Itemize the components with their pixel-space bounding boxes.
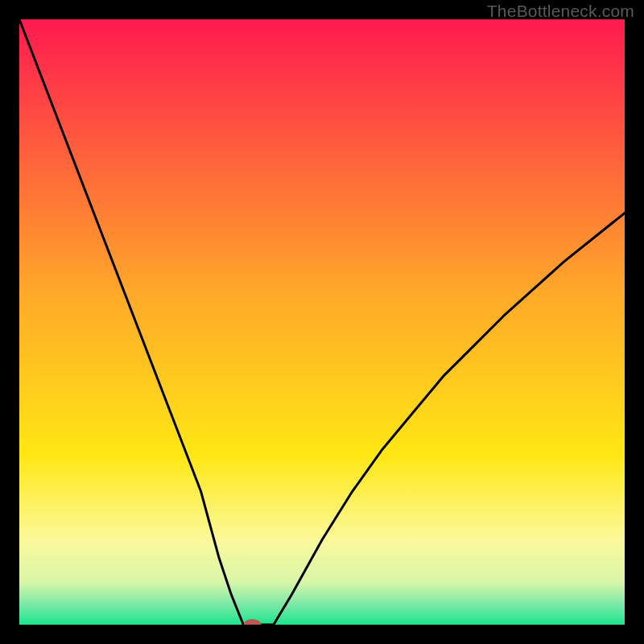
gradient-background bbox=[19, 19, 625, 625]
plot-area bbox=[19, 19, 625, 625]
outer-frame: TheBottleneck.com bbox=[0, 0, 644, 644]
watermark-text: TheBottleneck.com bbox=[487, 2, 634, 21]
chart-svg bbox=[19, 19, 625, 625]
